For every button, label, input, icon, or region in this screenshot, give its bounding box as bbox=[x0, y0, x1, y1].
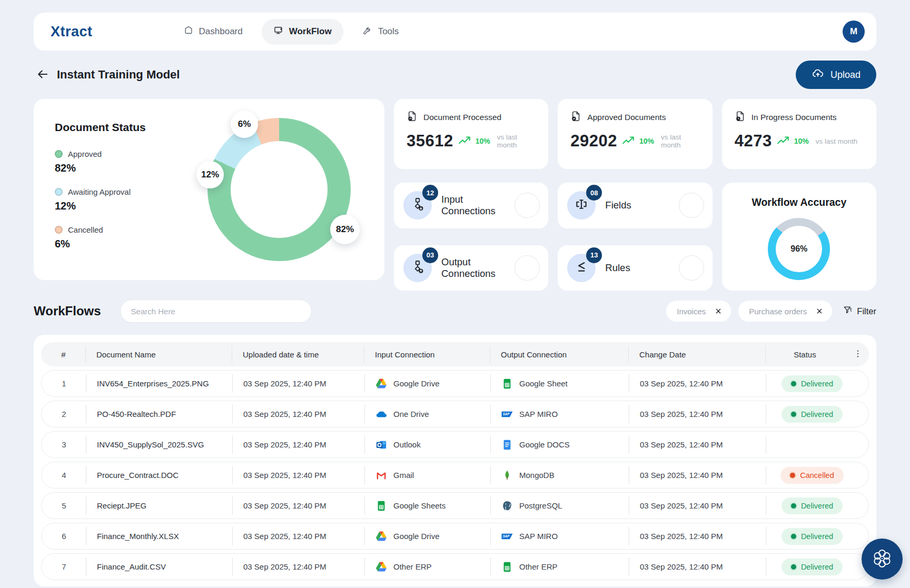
uploaded-date: 03 Sep 2025, 12:40 PM bbox=[233, 401, 365, 427]
page: Xtract Dashboard WorkFlow Tools M Instan… bbox=[0, 0, 910, 588]
cloud-upload-icon bbox=[812, 67, 824, 83]
google-drive-icon bbox=[375, 531, 387, 542]
open-arrow-button[interactable] bbox=[679, 193, 704, 218]
user-avatar[interactable]: M bbox=[843, 21, 865, 43]
col-input-connection: Input Connection bbox=[364, 342, 490, 366]
donut-ring bbox=[207, 118, 351, 261]
document-name: INV450_SupplySol_2025.SVG bbox=[86, 432, 233, 457]
stat-compare: vs last month bbox=[816, 137, 858, 145]
stat-label: In Progress Documents bbox=[751, 113, 837, 122]
dashboard-cards: Document Status Approved 82% Awaiting Ap… bbox=[34, 99, 876, 280]
nav-item-label: Tools bbox=[378, 26, 399, 37]
row-index: 3 bbox=[42, 432, 86, 457]
count-badge: 03 bbox=[422, 247, 438, 263]
document-name: Reciept.JPEG bbox=[86, 493, 233, 519]
workflows-table-card: # Document Name Uploaded date & time Inp… bbox=[34, 335, 876, 586]
col-change-date: Change Date bbox=[629, 342, 766, 366]
search-input[interactable] bbox=[131, 307, 301, 316]
doc-clock-icon bbox=[735, 111, 746, 124]
quick-card[interactable]: 13 Rules bbox=[558, 245, 712, 291]
legend-value: 6% bbox=[55, 238, 176, 250]
status-dot bbox=[790, 473, 795, 478]
close-icon[interactable] bbox=[714, 307, 723, 315]
kebab-icon bbox=[853, 348, 863, 361]
stat-compare: vs last month bbox=[497, 133, 536, 149]
postgresql-icon bbox=[501, 500, 513, 512]
page-title: Instant Training Model bbox=[57, 68, 180, 82]
change-date: 03 Sep 2025, 12:40 PM bbox=[629, 401, 766, 427]
legend-swatch bbox=[55, 150, 63, 158]
nav-item-dashboard[interactable]: Dashboard bbox=[172, 19, 254, 45]
outlook-icon bbox=[375, 439, 387, 451]
output-connection-label: Google DOCS bbox=[519, 440, 570, 449]
quick-card[interactable]: 03 Output Connections bbox=[394, 245, 548, 291]
col-uploaded: Uploaded date & time bbox=[232, 342, 364, 366]
onedrive-icon bbox=[375, 408, 387, 420]
change-date: 03 Sep 2025, 12:40 PM bbox=[629, 462, 766, 488]
quick-card-label: Fields bbox=[605, 200, 678, 211]
nav-item-tools[interactable]: Tools bbox=[351, 19, 411, 45]
legend-label: Cancelled bbox=[68, 225, 103, 234]
stat-card: In Progress Documents 4273 10% vs last m… bbox=[722, 99, 876, 169]
page-header: Instant Training Model Upload bbox=[34, 60, 876, 89]
table-header-row: # Document Name Uploaded date & time Inp… bbox=[41, 342, 869, 366]
table-row[interactable]: 1 INV654_Enterprises_2025.PNG 03 Sep 202… bbox=[41, 370, 869, 397]
status-text: Delivered bbox=[801, 563, 833, 571]
stat-value: 4273 bbox=[735, 132, 772, 151]
document-name: Procure_Contract.DOC bbox=[86, 462, 233, 488]
close-icon[interactable] bbox=[815, 307, 824, 315]
input-connection-label: Google Sheets bbox=[393, 501, 446, 510]
change-date: 03 Sep 2025, 12:40 PM bbox=[629, 493, 766, 519]
table-row[interactable]: 4 Procure_Contract.DOC 03 Sep 2025, 12:4… bbox=[41, 462, 869, 489]
table-row[interactable]: 3 INV450_SupplySol_2025.SVG 03 Sep 2025,… bbox=[41, 431, 869, 458]
trend-up-icon bbox=[458, 136, 471, 146]
filter-button[interactable]: Filter bbox=[843, 305, 876, 317]
row-index: 4 bbox=[42, 462, 86, 488]
chip-label: Purchase orders bbox=[749, 307, 807, 316]
sap-icon: SAP bbox=[501, 531, 513, 542]
stat-value: 35612 bbox=[407, 132, 453, 151]
upload-label: Upload bbox=[830, 69, 860, 81]
status-badge: Delivered bbox=[782, 559, 843, 575]
stat-trend: 10% bbox=[794, 137, 809, 145]
nav-item-label: WorkFlow bbox=[289, 26, 332, 37]
monitor-icon bbox=[273, 25, 284, 38]
table-row[interactable]: 6 Finance_Monthly.XLSX 03 Sep 2025, 12:4… bbox=[41, 523, 869, 550]
output-connection-label: Other ERP bbox=[519, 562, 558, 571]
document-status-title: Document Status bbox=[55, 121, 176, 134]
doc-meter-icon bbox=[407, 111, 418, 124]
count-badge: 12 bbox=[422, 185, 438, 201]
col-document-name: Document Name bbox=[86, 342, 232, 366]
arrow-left-icon bbox=[36, 67, 50, 83]
open-arrow-button[interactable] bbox=[515, 255, 540, 281]
google-drive-icon bbox=[375, 561, 387, 573]
table-row[interactable]: 7 Finance_Audit.CSV 03 Sep 2025, 12:40 P… bbox=[41, 553, 869, 580]
document-name: PO-450-Realtech.PDF bbox=[86, 401, 233, 427]
quick-card[interactable]: 12 Input Connections bbox=[394, 183, 548, 228]
open-arrow-button[interactable] bbox=[515, 193, 540, 218]
funnel-icon bbox=[843, 305, 853, 317]
upload-button[interactable]: Upload bbox=[796, 61, 876, 89]
col-status: Status bbox=[794, 350, 816, 359]
uploaded-date: 03 Sep 2025, 12:40 PM bbox=[233, 371, 365, 396]
status-badge: Cancelled bbox=[780, 467, 844, 484]
status-dot bbox=[791, 412, 796, 417]
filter-chip: Purchase orders bbox=[738, 301, 832, 322]
svg-text:SAP: SAP bbox=[503, 534, 510, 538]
table-row[interactable]: 2 PO-450-Realtech.PDF 03 Sep 2025, 12:40… bbox=[41, 401, 869, 427]
output-connection-label: MongoDB bbox=[519, 471, 555, 480]
quick-card-label: Output Connections bbox=[441, 256, 515, 280]
stat-card: Approved Documents 29202 10% vs last mon… bbox=[558, 99, 712, 169]
status-badge: Delivered bbox=[782, 406, 843, 423]
legend-value: 12% bbox=[55, 200, 176, 212]
back-button[interactable] bbox=[34, 66, 52, 84]
output-connection-label: PostgreSQL bbox=[519, 501, 562, 510]
status-text: Delivered bbox=[801, 380, 833, 388]
stat-label: Document Processed bbox=[423, 113, 501, 122]
assistant-fab[interactable] bbox=[862, 539, 903, 580]
nav-item-workflow[interactable]: WorkFlow bbox=[262, 19, 343, 45]
table-row[interactable]: 5 Reciept.JPEG 03 Sep 2025, 12:40 PM Goo… bbox=[41, 492, 869, 519]
quick-card[interactable]: 08 Fields bbox=[558, 183, 712, 228]
open-arrow-button[interactable] bbox=[679, 255, 704, 281]
table-options-button[interactable] bbox=[851, 347, 865, 361]
